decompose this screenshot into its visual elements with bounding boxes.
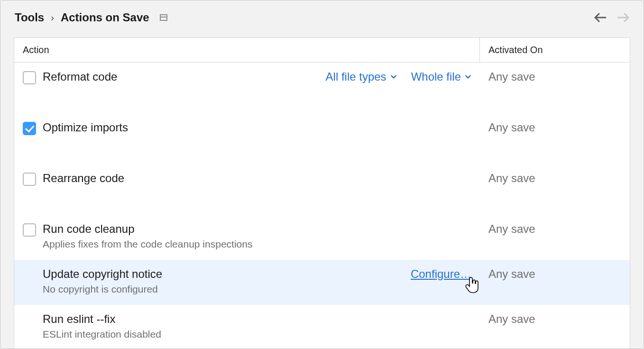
activated-on: Any save (480, 215, 630, 243)
back-arrow-icon[interactable] (593, 12, 607, 23)
action-title: Optimize imports (43, 121, 128, 134)
rearrange-code-checkbox[interactable] (23, 173, 36, 186)
activated-on: Any save (480, 260, 630, 288)
breadcrumb: Tools › Actions on Save (15, 11, 167, 24)
table-header: Action Activated On (14, 38, 630, 63)
action-title: Run code cleanup (43, 222, 134, 236)
breadcrumb-separator-icon: › (51, 12, 54, 23)
action-title: Run eslint --fix (43, 312, 115, 326)
table-row: Run code cleanup Applies fixes from the … (14, 215, 630, 260)
column-header-activated[interactable]: Activated On (480, 38, 630, 62)
action-title: Rearrange code (43, 172, 124, 185)
action-description: Applies fixes from the code cleanup insp… (43, 239, 471, 250)
chevron-down-icon (465, 73, 471, 80)
action-description: No copyright is configured (43, 284, 471, 295)
table-row: Run eslint --fix ESLint integration disa… (14, 305, 630, 349)
scope-dropdown[interactable]: Whole file (411, 70, 471, 83)
activated-on: Any save (480, 305, 630, 333)
activated-on: Any save (480, 63, 630, 91)
table-row[interactable]: Update copyright notice Configure… No co… (14, 260, 630, 305)
settings-header: Tools › Actions on Save (0, 0, 644, 37)
detach-window-icon[interactable] (160, 14, 167, 21)
breadcrumb-current: Actions on Save (61, 11, 149, 24)
activated-on: Any save (480, 113, 630, 142)
chevron-down-icon (390, 73, 397, 80)
table-row: Reformat code All file types Whole file … (14, 63, 630, 113)
column-header-action[interactable]: Action (14, 38, 480, 62)
run-code-cleanup-checkbox[interactable] (23, 223, 36, 237)
breadcrumb-root[interactable]: Tools (15, 11, 44, 24)
table-row: Optimize imports Any save (14, 113, 630, 164)
activated-on: Any save (480, 164, 630, 193)
configure-link[interactable]: Configure… (411, 267, 471, 281)
reformat-code-checkbox[interactable] (23, 71, 36, 84)
file-types-dropdown[interactable]: All file types (326, 70, 397, 83)
nav-arrows (593, 12, 630, 23)
optimize-imports-checkbox[interactable] (23, 122, 36, 135)
action-description: ESLint integration disabled (43, 329, 471, 340)
forward-arrow-icon (617, 12, 630, 23)
action-title: Reformat code (43, 70, 117, 83)
actions-on-save-table: Action Activated On Reformat code All fi… (14, 37, 630, 349)
action-title: Update copyright notice (43, 267, 162, 281)
table-row: Rearrange code Any save (14, 164, 630, 215)
